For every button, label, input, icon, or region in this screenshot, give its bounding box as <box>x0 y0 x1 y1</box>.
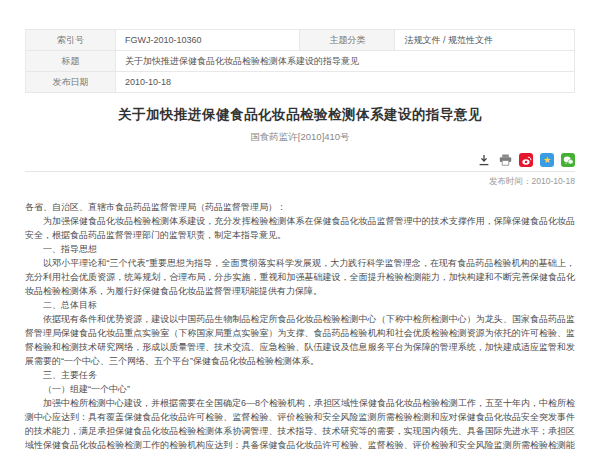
publish-time-value: 2010-10-18 <box>532 176 575 186</box>
doc-number: 国食药监许[2010]410号 <box>25 131 575 144</box>
meta-value-index: FGWJ-2010-10360 <box>116 30 300 51</box>
meta-row-date: 发布日期 2010-10-18 <box>26 72 575 93</box>
paragraph: 加强中检所检测中心建设，并根据需要在全国确定6—8个检验机构，承担区域性保健食品… <box>25 396 575 450</box>
qzone-share-icon[interactable]: ★ <box>540 153 554 167</box>
salutation: 各省、自治区、直辖市食品药品监督管理局（药品监督管理局）： <box>25 200 575 214</box>
download-icon[interactable] <box>477 154 491 167</box>
weibo-share-icon[interactable] <box>519 153 533 167</box>
meta-row-index-category: 索引号 FGWJ-2010-10360 主题分类 法规文件 / 规范性文件 <box>26 30 575 51</box>
section-heading-1: 一、指导思想 <box>25 242 575 256</box>
meta-row-title: 标题 关于加快推进保健食品化妆品检验检测体系建设的指导意见 <box>26 51 575 72</box>
meta-value-category: 法规文件 / 规范性文件 <box>395 30 575 51</box>
meta-label-index: 索引号 <box>26 30 116 51</box>
meta-value-title: 关于加快推进保健食品化妆品检验检测体系建设的指导意见 <box>116 51 575 72</box>
paragraph: 以邓小平理论和“三个代表”重要思想为指导，全面贯彻落实科学发展观，大力践行科学监… <box>25 256 575 298</box>
wechat-share-icon[interactable] <box>561 153 575 167</box>
document-body: 各省、自治区、直辖市食品药品监督管理局（药品监督管理局）： 为加强保健食品化妆品… <box>25 200 575 450</box>
meta-value-date: 2010-10-18 <box>116 72 575 93</box>
meta-label-category: 主题分类 <box>300 30 395 51</box>
meta-table: 索引号 FGWJ-2010-10360 主题分类 法规文件 / 规范性文件 标题… <box>25 29 575 93</box>
publish-time-label: 发布时间： <box>489 176 532 186</box>
meta-label-title: 标题 <box>26 51 116 72</box>
section-heading-3: 三、主要任务 <box>25 368 575 382</box>
paragraph: 为加强保健食品化妆品检验检测体系建设，充分发挥检验检测体系在保健食品化妆品监督管… <box>25 214 575 242</box>
share-toolbar: ★ <box>25 153 575 172</box>
section-heading-2: 二、总体目标 <box>25 298 575 312</box>
meta-label-date: 发布日期 <box>26 72 116 93</box>
publish-time: 发布时间：2010-10-18 <box>25 176 575 188</box>
paragraph: 依据现有条件和优势资源，建设以中国药品生物制品检定所食品化妆品检验检测中心（下称… <box>25 312 575 368</box>
subsection-heading: （一）组建“一个中心” <box>25 382 575 396</box>
document-page: 索引号 FGWJ-2010-10360 主题分类 法规文件 / 规范性文件 标题… <box>0 0 600 450</box>
page-title: 关于加快推进保健食品化妆品检验检测体系建设的指导意见 <box>25 106 575 124</box>
print-icon[interactable] <box>498 154 512 167</box>
